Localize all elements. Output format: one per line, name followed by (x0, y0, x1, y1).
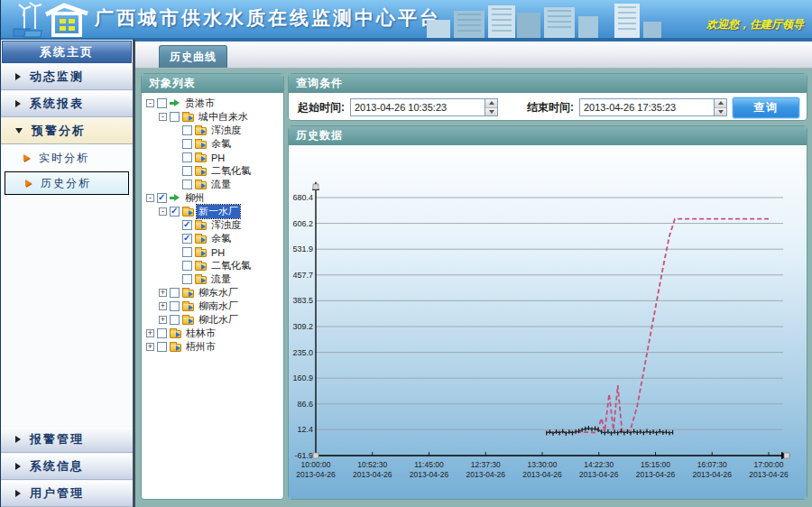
tree-node-label[interactable]: 流量 (209, 178, 233, 191)
tree-node[interactable]: 浑浊度 (143, 218, 281, 232)
tree-expander-icon[interactable]: - (159, 113, 167, 121)
tree-node-label[interactable]: 流量 (209, 272, 233, 286)
tree-node-label[interactable]: PH (209, 247, 226, 258)
svg-text:2013-04-26: 2013-04-26 (353, 470, 392, 479)
tree-expander-icon[interactable]: + (159, 316, 167, 324)
svg-text:2013-04-26: 2013-04-26 (749, 470, 789, 479)
tree-node[interactable]: -柳州 (143, 191, 281, 205)
svg-text:457.7: 457.7 (292, 271, 313, 280)
tree-checkbox[interactable] (170, 112, 180, 122)
tree-checkbox[interactable] (182, 274, 192, 284)
tree-node-label[interactable]: 余氯 (209, 137, 233, 151)
tree-node[interactable]: 二氧化氯 (143, 164, 281, 178)
end-time-field (579, 98, 727, 116)
tree-node[interactable]: 流量 (143, 178, 281, 191)
tree-node-label[interactable]: 柳州 (183, 191, 207, 205)
tree-node[interactable]: 浑浊度 (143, 124, 281, 137)
tree-node-label[interactable]: 柳北水厂 (197, 313, 240, 327)
tree-node[interactable]: +桂林市 (143, 327, 281, 340)
tree-node-label[interactable]: 浑浊度 (209, 124, 243, 137)
tree-node-label[interactable]: 城中自来水 (197, 110, 250, 124)
tree-node-label[interactable]: 贵港市 (183, 97, 217, 110)
tree-expander-icon[interactable]: + (159, 302, 167, 310)
sidebar-subitem-history-analysis[interactable]: 历史分析 (5, 171, 129, 195)
spinner-up-button[interactable] (715, 99, 726, 108)
tab-history-curve[interactable]: 历史曲线 (159, 45, 227, 68)
sidebar-item-system-reports[interactable]: 系统报表 (1, 90, 133, 117)
sidebar-item-user-management[interactable]: 用户管理 (1, 480, 133, 507)
tree-node-label[interactable]: 余氯 (209, 232, 233, 245)
sidebar-item-alarm-management[interactable]: 报警管理 (1, 426, 133, 453)
tree-checkbox[interactable] (182, 261, 192, 271)
tree-checkbox[interactable] (157, 328, 167, 338)
tree-checkbox[interactable] (182, 166, 192, 176)
tree-checkbox[interactable] (182, 247, 192, 257)
tree-checkbox[interactable] (182, 139, 192, 149)
tree-checkbox[interactable] (170, 315, 180, 325)
object-list-panel-title: 对象列表 (142, 74, 283, 93)
tree-node[interactable]: 流量 (143, 272, 281, 286)
tree-node-label[interactable]: 浑浊度 (209, 218, 243, 232)
tree-checkbox[interactable] (182, 180, 192, 189)
tree-node[interactable]: -城中自来水 (143, 110, 281, 124)
spinner-up-button[interactable] (485, 99, 497, 108)
folder-arrow-icon (201, 278, 206, 283)
tree-node-label[interactable]: 梧州市 (184, 340, 217, 354)
tree-expander-icon[interactable]: - (159, 207, 167, 216)
start-time-input[interactable] (350, 98, 485, 116)
tree-checkbox[interactable] (170, 301, 180, 311)
tree-checkbox[interactable] (157, 98, 167, 108)
tree-expander-icon[interactable]: + (146, 343, 154, 351)
folder-arrow-icon (189, 318, 193, 324)
tree-node[interactable]: -贵港市 (143, 97, 281, 110)
collapsed-triangle-icon (15, 490, 21, 497)
sidebar-subitem-realtime-analysis[interactable]: 实时分析 (4, 146, 130, 170)
tree-node[interactable]: PH (143, 245, 281, 259)
tree-checkbox[interactable] (157, 193, 167, 203)
tree-expander-icon[interactable]: + (159, 289, 167, 297)
folder-icon (195, 168, 207, 176)
sidebar-item-home[interactable]: 系统主页 (2, 41, 132, 63)
tree-node[interactable]: 二氧化氯 (143, 259, 281, 272)
tree-node[interactable]: +柳东水厂 (143, 286, 281, 300)
folder-icon (195, 141, 207, 149)
tree-node[interactable]: +梧州市 (143, 340, 281, 354)
tree-node[interactable]: -新一水厂 (143, 205, 281, 218)
tree-checkbox[interactable] (182, 234, 192, 244)
tree-checkbox[interactable] (182, 152, 192, 162)
end-time-input[interactable] (579, 98, 715, 116)
tree-node-label[interactable]: PH (209, 152, 226, 163)
sidebar-item-system-info[interactable]: 系统信息 (1, 453, 133, 480)
tree-node-label[interactable]: 二氧化氯 (209, 259, 253, 272)
query-button[interactable]: 查询 (733, 97, 799, 118)
tree-node[interactable]: +柳南水厂 (143, 300, 281, 313)
tree-checkbox[interactable] (182, 220, 192, 230)
orange-arrow-icon (25, 180, 32, 187)
svg-text:606.2: 606.2 (292, 219, 313, 228)
tree-node-label[interactable]: 二氧化氯 (209, 164, 253, 178)
sidebar-item-warning-analysis[interactable]: 预警分析 (1, 117, 133, 144)
tree-expander-icon[interactable]: + (146, 329, 154, 337)
tree-node-label[interactable]: 柳南水厂 (197, 300, 240, 313)
tree-expander-icon[interactable]: - (146, 99, 154, 107)
tree-node-label[interactable]: 新一水厂 (197, 205, 240, 218)
spinner-down-button[interactable] (715, 108, 726, 116)
tree-node-label[interactable]: 柳东水厂 (197, 286, 240, 300)
tree-checkbox[interactable] (182, 125, 192, 135)
spinner-down-button[interactable] (485, 108, 497, 116)
sidebar-item-label: 报警管理 (30, 431, 84, 447)
tree-expander-icon[interactable]: - (146, 194, 154, 202)
tree-checkbox[interactable] (170, 288, 180, 298)
tree-node[interactable]: 余氯 (143, 232, 281, 245)
sidebar-item-dynamic-monitoring[interactable]: 动态监测 (1, 63, 133, 90)
svg-text:2013-04-26: 2013-04-26 (296, 470, 336, 479)
collapsed-triangle-icon (15, 100, 21, 107)
tree-node[interactable]: PH (143, 151, 281, 164)
page-title: 广西城市供水水质在线监测中心平台 (95, 5, 441, 31)
tree-checkbox[interactable] (170, 207, 180, 217)
tree-checkbox[interactable] (157, 342, 167, 352)
tree-node-label[interactable]: 桂林市 (184, 327, 217, 340)
start-time-spinner (485, 98, 498, 116)
tree-node[interactable]: 余氯 (143, 137, 281, 151)
tree-node[interactable]: +柳北水厂 (143, 313, 281, 327)
